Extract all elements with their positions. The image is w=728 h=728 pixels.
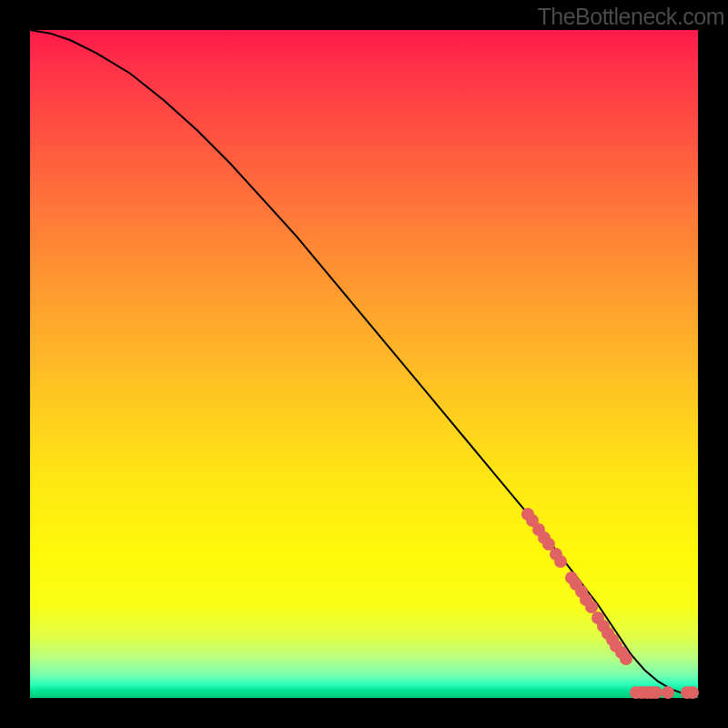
curve-svg bbox=[30, 30, 698, 698]
data-marker bbox=[620, 652, 632, 665]
data-marker bbox=[650, 686, 662, 699]
data-marker bbox=[686, 686, 699, 699]
watermark-text: TheBottleneck.com bbox=[538, 4, 725, 30]
data-marker bbox=[554, 555, 567, 568]
bottleneck-curve bbox=[30, 30, 698, 696]
plot-area bbox=[30, 30, 698, 698]
data-marker bbox=[662, 686, 674, 699]
